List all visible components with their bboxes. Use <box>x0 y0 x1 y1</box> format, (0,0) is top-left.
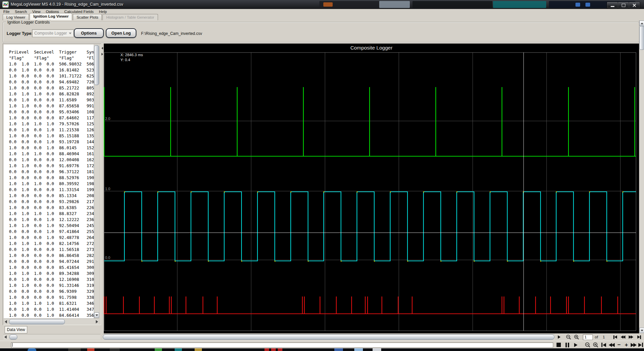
step-back-button[interactable]: − <box>615 342 623 348</box>
background-window-fragment <box>493 1 546 8</box>
table-bottom-scrollbar[interactable] <box>3 334 100 340</box>
open-log-button[interactable]: Open Log <box>106 28 136 38</box>
close-button[interactable] <box>629 2 640 9</box>
zoom-in-button[interactable] <box>573 334 580 340</box>
scroll-down-button[interactable] <box>639 328 644 333</box>
chart-title: Composite Logger <box>104 45 639 51</box>
tab-scatter-plots[interactable]: Scatter Plots <box>73 14 102 20</box>
stop-button[interactable] <box>555 342 562 348</box>
text-caret <box>12 343 13 347</box>
background-window-fragment <box>585 3 590 7</box>
panel-splitter[interactable] <box>101 44 104 333</box>
taskbar-icon[interactable] <box>87 348 94 351</box>
scrollbar-thumb[interactable] <box>9 334 17 340</box>
scrollbar-thumb[interactable] <box>639 26 644 50</box>
tab-data-view[interactable]: Data View <box>5 326 27 333</box>
triangle-down-icon <box>95 314 98 316</box>
cursor-x-value: X: 2846.3 ms <box>120 53 143 58</box>
taskbar-icon[interactable] <box>68 348 81 351</box>
table-horizontal-scrollbar[interactable] <box>4 318 99 325</box>
cursor-readout: X: 2846.3 ms Y: 0.4 <box>120 53 143 62</box>
page-number-input[interactable]: 1 <box>583 334 593 340</box>
page-total: 1 <box>603 335 605 339</box>
pause-icon <box>568 343 569 347</box>
options-button[interactable]: Options <box>74 28 104 38</box>
windows-taskbar[interactable] <box>0 348 644 351</box>
minimize-button[interactable] <box>607 2 618 9</box>
chart-panel: 2.01.00.0 Composite Logger X: 2846.3 ms … <box>104 44 639 333</box>
scrollbar-thumb[interactable] <box>9 319 65 324</box>
taskbar-icon[interactable] <box>175 348 182 351</box>
plus-icon: + <box>625 342 628 348</box>
last-page-button[interactable] <box>635 334 643 340</box>
data-table[interactable]: PriLevel SecLevel Trigger Syn "Flag" "Fl… <box>4 45 99 323</box>
taskbar-icon[interactable] <box>195 348 202 351</box>
go-first-button[interactable] <box>600 342 607 348</box>
log-file-path: F:\Rising_edge_Cam_inverted.csv <box>141 31 202 36</box>
logger-type-select[interactable]: Composite Logger <box>32 29 74 37</box>
taskbar-icon[interactable] <box>155 348 162 351</box>
scroll-up-button[interactable] <box>639 21 644 26</box>
restore-button[interactable] <box>618 2 629 9</box>
taskbar-icon[interactable] <box>271 348 276 351</box>
chart-scroll-right-button[interactable] <box>556 334 563 340</box>
tab-ignition-log-viewer[interactable]: Ignition Log Viewer <box>30 13 72 20</box>
menu-item-search[interactable]: Search <box>15 10 27 14</box>
play-icon <box>574 343 577 347</box>
zoom-out-icon <box>585 342 591 348</box>
chart-horizontal-scrollbar[interactable] <box>102 334 555 340</box>
minus-icon: − <box>617 342 621 348</box>
scrollbar-thumb[interactable] <box>94 45 99 85</box>
go-last-button[interactable] <box>637 342 644 348</box>
zoom-out-icon <box>566 334 571 340</box>
fast-forward-button[interactable] <box>630 342 637 348</box>
scrollbar-thumb[interactable] <box>103 334 555 340</box>
taskbar-icon[interactable] <box>354 348 363 351</box>
scroll-right-icon[interactable] <box>96 320 98 323</box>
svg-text:2.0: 2.0 <box>105 117 110 121</box>
restore-icon <box>622 4 625 7</box>
menu-item-file[interactable]: File <box>3 10 10 14</box>
tab-bar: Log ViewerIgnition Log ViewerScatter Plo… <box>3 14 638 20</box>
taskbar-icon[interactable] <box>278 348 282 351</box>
collapse-left-icon[interactable] <box>101 47 103 50</box>
table-vertical-scrollbar[interactable] <box>94 45 99 318</box>
window-title: MegaLogViewer MS 4.0.19 - Rising_edge_Ca… <box>11 2 123 7</box>
step-forward-button[interactable]: + <box>623 342 630 348</box>
menu-bar: FileSearchViewOptionsCalculated FieldsHe… <box>0 9 644 14</box>
chevron-down-icon <box>69 33 72 34</box>
background-window-fragment <box>323 2 333 7</box>
taskbar-icon[interactable] <box>264 348 269 351</box>
taskbar-icon[interactable] <box>28 348 36 351</box>
menu-item-help[interactable]: Help <box>99 10 107 14</box>
tab-log-viewer[interactable]: Log Viewer <box>3 14 29 20</box>
background-window-fragment <box>412 1 492 8</box>
tab-histogram-table-generator[interactable]: Histogram / Table Generator <box>102 14 158 20</box>
zoom-in-icon <box>574 334 579 340</box>
zoom-in-button[interactable] <box>592 342 599 348</box>
cursor-y-value: Y: 0.4 <box>120 58 143 62</box>
status-input[interactable] <box>11 342 553 348</box>
pause-button[interactable] <box>564 342 571 348</box>
play-button[interactable] <box>572 342 579 348</box>
expand-right-icon[interactable] <box>101 53 103 56</box>
logger-type-label: Logger Type: <box>7 31 33 36</box>
playback-toolbar: − + <box>0 341 644 349</box>
scroll-down-button[interactable] <box>94 312 99 318</box>
app-icon <box>2 1 9 8</box>
composite-logger-plot[interactable]: 2.01.00.0 <box>104 44 639 333</box>
zoom-out-button[interactable] <box>565 334 572 340</box>
taskbar-icon[interactable] <box>110 348 120 351</box>
taskbar-icon[interactable] <box>373 348 381 351</box>
next-page-button[interactable] <box>627 334 635 340</box>
scroll-left-icon[interactable] <box>4 335 7 339</box>
triangle-up-icon <box>641 23 643 24</box>
rewind-button[interactable] <box>608 342 615 348</box>
previous-page-button[interactable] <box>619 334 627 340</box>
zoom-out-button[interactable] <box>584 342 591 348</box>
taskbar-icon[interactable] <box>334 348 343 351</box>
window-vertical-scrollbar[interactable] <box>639 20 644 333</box>
background-window-fragment <box>379 1 410 8</box>
first-page-button[interactable] <box>611 334 619 340</box>
scroll-left-icon[interactable] <box>5 320 7 323</box>
